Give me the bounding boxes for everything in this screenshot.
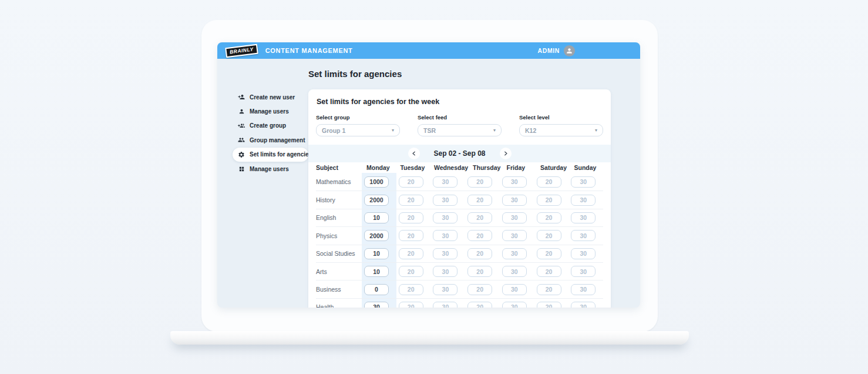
limit-input-physics-monday[interactable]: [364, 230, 389, 241]
day-cell: [534, 191, 569, 208]
limit-input-business-thursday[interactable]: [467, 284, 492, 295]
day-cell: [430, 280, 465, 298]
day-cell: [362, 209, 396, 226]
limit-input-social-studies-sunday[interactable]: [571, 248, 596, 259]
limit-input-social-studies-tuesday[interactable]: [399, 248, 423, 259]
day-cell: [430, 191, 465, 208]
grid-icon: [238, 165, 245, 172]
limit-input-social-studies-thursday[interactable]: [467, 248, 492, 259]
sidebar-item-create-group[interactable]: Create group: [233, 119, 308, 133]
limit-input-business-tuesday[interactable]: [399, 284, 423, 295]
limit-input-history-saturday[interactable]: [537, 195, 561, 206]
subject-label: Mathematics: [316, 178, 362, 185]
day-cell: [465, 209, 500, 226]
limit-input-mathematics-tuesday[interactable]: [399, 176, 423, 188]
limit-input-mathematics-sunday[interactable]: [571, 176, 596, 188]
table-row: Physics: [316, 226, 603, 244]
page-title: Set limits for agencies: [308, 69, 402, 79]
day-cell: [568, 227, 603, 244]
limit-input-physics-sunday[interactable]: [571, 230, 596, 241]
limit-input-physics-tuesday[interactable]: [399, 230, 423, 241]
day-cell: [568, 299, 603, 308]
limit-input-mathematics-monday[interactable]: [364, 176, 389, 188]
sidebar-item-set-limits-for-agencies[interactable]: Set limits for agencies: [233, 148, 308, 162]
select-group-dropdown[interactable]: Group 1▾: [316, 124, 400, 136]
limit-input-health-thursday[interactable]: [467, 302, 492, 308]
admin-menu[interactable]: ADMIN: [538, 45, 575, 56]
subject-label: English: [316, 214, 362, 221]
limit-input-physics-thursday[interactable]: [467, 230, 492, 241]
user-plus-icon: [238, 94, 245, 101]
day-cell: [396, 173, 431, 191]
limit-input-mathematics-saturday[interactable]: [537, 176, 561, 188]
app-body: Set limits for agencies Create new userM…: [217, 59, 640, 308]
limit-input-health-saturday[interactable]: [537, 302, 561, 308]
limit-input-physics-saturday[interactable]: [537, 230, 561, 241]
limit-input-arts-friday[interactable]: [502, 266, 527, 277]
limit-input-physics-friday[interactable]: [502, 230, 527, 241]
previous-week-button[interactable]: [408, 148, 420, 159]
subject-label: Health: [316, 303, 362, 308]
day-cell: [396, 227, 431, 244]
limit-input-health-wednesday[interactable]: [433, 302, 457, 308]
limit-input-business-monday[interactable]: [364, 284, 389, 295]
limit-input-arts-wednesday[interactable]: [433, 266, 457, 277]
limit-input-arts-saturday[interactable]: [537, 266, 561, 277]
limit-input-business-friday[interactable]: [502, 284, 527, 295]
limit-input-social-studies-wednesday[interactable]: [433, 248, 457, 259]
select-level-dropdown[interactable]: K12▾: [519, 124, 603, 136]
limit-input-arts-tuesday[interactable]: [399, 266, 423, 277]
table-row: Mathematics: [316, 173, 603, 191]
limit-input-health-tuesday[interactable]: [399, 302, 423, 308]
limit-input-mathematics-thursday[interactable]: [467, 176, 492, 188]
day-cell: [568, 173, 603, 191]
day-cell: [396, 299, 431, 308]
sidebar-item-manage-users[interactable]: Manage users: [233, 104, 308, 118]
limit-input-history-friday[interactable]: [502, 195, 527, 206]
sidebar-item-create-new-user[interactable]: Create new user: [233, 90, 308, 104]
limit-input-social-studies-monday[interactable]: [364, 248, 389, 259]
day-cell: [362, 173, 396, 191]
day-cell: [362, 263, 396, 280]
limit-input-history-thursday[interactable]: [467, 195, 492, 206]
limit-input-business-saturday[interactable]: [537, 284, 561, 295]
limit-input-english-tuesday[interactable]: [399, 212, 423, 223]
limit-input-social-studies-friday[interactable]: [502, 248, 527, 259]
select-feed-dropdown[interactable]: TSR▾: [418, 124, 502, 136]
limit-input-mathematics-friday[interactable]: [502, 176, 527, 188]
select-level-value: K12: [525, 127, 536, 134]
limit-input-english-thursday[interactable]: [467, 212, 492, 223]
limit-input-arts-monday[interactable]: [364, 266, 389, 277]
day-cell: [430, 263, 465, 280]
limit-input-english-wednesday[interactable]: [433, 212, 457, 223]
next-week-button[interactable]: [500, 148, 512, 159]
limit-input-arts-thursday[interactable]: [467, 266, 492, 277]
limit-input-health-monday[interactable]: [364, 302, 389, 308]
day-cell: [500, 191, 534, 208]
limit-input-history-monday[interactable]: [364, 195, 389, 206]
limit-input-english-saturday[interactable]: [537, 212, 561, 223]
limit-input-physics-wednesday[interactable]: [433, 230, 457, 241]
brainly-logo: BRAINLY: [225, 44, 258, 58]
limit-input-english-monday[interactable]: [364, 212, 389, 223]
select-group-label: Select group: [316, 114, 400, 121]
limit-input-history-sunday[interactable]: [571, 195, 596, 206]
day-cell: [396, 263, 431, 280]
sidebar-item-manage-users[interactable]: Manage users: [233, 162, 308, 176]
sidebar-item-group-management[interactable]: Group management: [233, 133, 308, 147]
limit-input-health-friday[interactable]: [502, 302, 527, 308]
limit-input-social-studies-saturday[interactable]: [537, 248, 561, 259]
limit-input-english-sunday[interactable]: [571, 212, 596, 223]
limit-input-health-sunday[interactable]: [571, 302, 596, 308]
limit-input-arts-sunday[interactable]: [571, 266, 596, 277]
limit-input-english-friday[interactable]: [502, 212, 527, 223]
limit-input-history-tuesday[interactable]: [399, 195, 423, 206]
limit-input-history-wednesday[interactable]: [433, 195, 457, 206]
limit-input-business-sunday[interactable]: [571, 284, 596, 295]
day-cell: [362, 191, 396, 208]
day-cell: [500, 263, 534, 280]
column-header-saturday: Saturday: [536, 164, 569, 171]
limit-input-mathematics-wednesday[interactable]: [433, 176, 457, 188]
limit-input-business-wednesday[interactable]: [433, 284, 457, 295]
avatar[interactable]: [564, 45, 575, 56]
